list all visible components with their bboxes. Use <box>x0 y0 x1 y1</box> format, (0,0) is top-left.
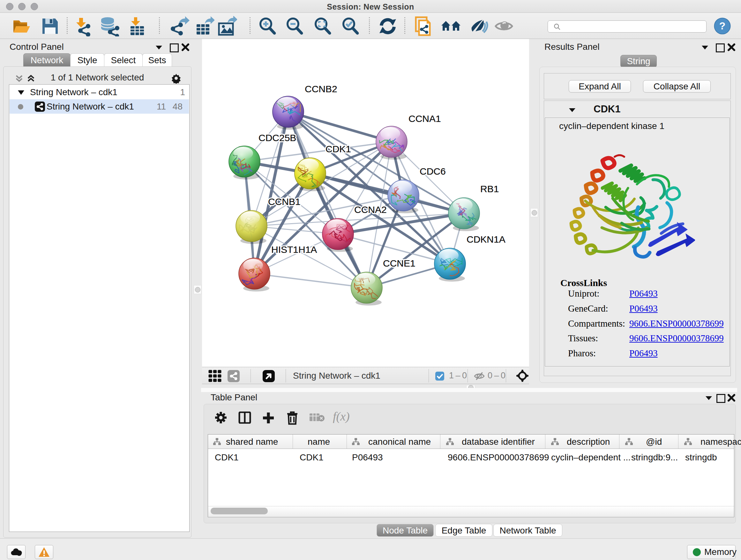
svg-text:CDK1: CDK1 <box>326 144 351 154</box>
svg-text:CCNB1: CCNB1 <box>268 196 300 207</box>
svg-text:CCNB2: CCNB2 <box>305 84 337 94</box>
svg-text:RB1: RB1 <box>480 184 499 194</box>
svg-text:HIST1H1A: HIST1H1A <box>271 244 317 255</box>
svg-text:CCNA2: CCNA2 <box>354 204 387 215</box>
svg-text:CCNE1: CCNE1 <box>383 258 415 268</box>
svg-text:CDC25B: CDC25B <box>259 132 296 143</box>
svg-text:CCNA1: CCNA1 <box>408 113 441 124</box>
svg-text:CDKN1A: CDKN1A <box>467 234 506 245</box>
svg-text:CDC6: CDC6 <box>420 166 446 177</box>
